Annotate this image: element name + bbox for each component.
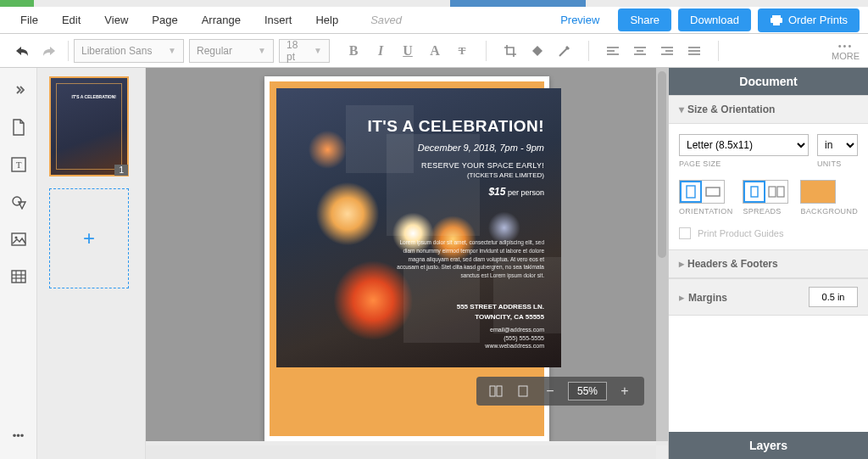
fit-view-icon[interactable] bbox=[514, 382, 532, 400]
page-number-badge: 1 bbox=[114, 165, 128, 176]
align-right-button[interactable] bbox=[655, 39, 679, 63]
zoom-out-button[interactable]: − bbox=[541, 382, 559, 400]
preview-link[interactable]: Preview bbox=[548, 14, 611, 26]
size-orientation-header[interactable]: ▾Size & Orientation bbox=[669, 95, 868, 124]
flyer-date[interactable]: December 9, 2018, 7pm - 9pm bbox=[293, 143, 544, 153]
zoom-in-button[interactable]: + bbox=[615, 382, 634, 400]
left-rail: T ••• bbox=[0, 68, 37, 459]
page-size-label: PAGE SIZE bbox=[679, 160, 809, 168]
page-thumb-1[interactable]: IT'S A CELEBRATION! 1 bbox=[49, 76, 129, 176]
svg-rect-32 bbox=[777, 187, 784, 197]
image-tool-icon[interactable] bbox=[3, 224, 34, 255]
flyer-reserve[interactable]: RESERVE YOUR SPACE EARLY! bbox=[293, 161, 544, 170]
svg-rect-31 bbox=[769, 187, 776, 197]
flyer-body[interactable]: Lorem ipsum dolor sit amet, consectetur … bbox=[392, 238, 544, 280]
menu-edit[interactable]: Edit bbox=[50, 14, 92, 26]
print-icon bbox=[770, 14, 783, 27]
zoom-value[interactable]: 55% bbox=[568, 382, 607, 400]
flyer-address[interactable]: 555 STREET ADDRESS LN.TOWNCITY, CA 55555 bbox=[293, 302, 544, 322]
table-tool-icon[interactable] bbox=[3, 261, 34, 292]
clear-format-button[interactable]: T bbox=[450, 39, 474, 63]
units-select[interactable]: in bbox=[817, 134, 858, 156]
orientation-landscape[interactable] bbox=[702, 181, 724, 203]
canvas-hscrollbar[interactable] bbox=[146, 445, 656, 459]
font-weight-dropdown[interactable]: Regular▼ bbox=[189, 39, 274, 63]
spreads-label: SPREADS bbox=[743, 207, 781, 216]
flyer-contact[interactable]: email@address.com(555) 555-5555www.webad… bbox=[293, 326, 544, 350]
svg-rect-30 bbox=[751, 187, 758, 197]
align-left-button[interactable] bbox=[601, 39, 625, 63]
canvas-vscrollbar[interactable] bbox=[656, 68, 668, 445]
page-tool-icon[interactable] bbox=[3, 112, 34, 143]
menu-page[interactable]: Page bbox=[140, 14, 189, 26]
toolbar-more[interactable]: ••• MORE bbox=[832, 41, 860, 61]
italic-button[interactable]: I bbox=[369, 39, 392, 63]
svg-rect-29 bbox=[706, 188, 720, 196]
svg-rect-28 bbox=[687, 186, 695, 198]
top-accent-bar bbox=[0, 0, 868, 7]
bold-button[interactable]: B bbox=[342, 39, 365, 63]
page-thumbnails: IT'S A CELEBRATION! 1 + bbox=[37, 68, 146, 459]
margins-input[interactable] bbox=[809, 287, 858, 307]
shape-tool-icon[interactable] bbox=[3, 187, 34, 217]
text-color-button[interactable]: A bbox=[423, 39, 447, 63]
align-center-button[interactable] bbox=[628, 39, 652, 63]
flyer-title[interactable]: IT'S A CELEBRATION! bbox=[293, 117, 544, 136]
orientation-portrait[interactable] bbox=[680, 181, 702, 203]
svg-point-19 bbox=[14, 237, 17, 239]
menu-help[interactable]: Help bbox=[303, 14, 350, 26]
menubar: File Edit View Page Arrange Insert Help … bbox=[0, 7, 868, 34]
spreads-single[interactable] bbox=[743, 181, 765, 203]
headers-footers-header[interactable]: ▸Headers & Footers bbox=[669, 249, 868, 278]
crop-button[interactable] bbox=[498, 39, 522, 63]
order-prints-label: Order Prints bbox=[788, 14, 848, 26]
undo-button[interactable] bbox=[10, 39, 34, 63]
page-size-select[interactable]: Letter (8.5x11) bbox=[679, 134, 809, 156]
print-guides-checkbox[interactable]: Print Product Guides bbox=[679, 227, 858, 239]
canvas[interactable]: IT'S A CELEBRATION! December 9, 2018, 7p… bbox=[146, 68, 668, 441]
share-button[interactable]: Share bbox=[618, 8, 671, 31]
layers-panel-header[interactable]: Layers bbox=[669, 432, 868, 459]
spreads-toggle[interactable] bbox=[743, 180, 788, 204]
svg-rect-2 bbox=[773, 21, 780, 25]
units-label: UNITS bbox=[817, 160, 858, 168]
svg-rect-25 bbox=[490, 386, 495, 396]
orientation-label: ORIENTATION bbox=[679, 207, 732, 216]
redo-button[interactable] bbox=[37, 39, 61, 63]
flyer-tickets[interactable]: (TICKETS ARE LIMITED) bbox=[293, 171, 544, 179]
svg-text:T: T bbox=[15, 160, 21, 170]
spreads-facing[interactable] bbox=[765, 181, 787, 203]
flyer-price[interactable]: $15 per person bbox=[293, 186, 544, 198]
svg-rect-18 bbox=[12, 233, 25, 245]
menu-insert[interactable]: Insert bbox=[253, 14, 304, 26]
collapse-rail-icon[interactable] bbox=[3, 75, 34, 105]
font-family-dropdown[interactable]: Liberation Sans▼ bbox=[74, 39, 184, 63]
menu-view[interactable]: View bbox=[92, 14, 140, 26]
format-toolbar: Liberation Sans▼ Regular▼ 18 pt▼ B I U A… bbox=[0, 34, 868, 68]
zoom-controls: − 55% + bbox=[476, 377, 644, 406]
order-prints-button[interactable]: Order Prints bbox=[758, 8, 860, 32]
download-button[interactable]: Download bbox=[678, 8, 751, 31]
text-tool-icon[interactable]: T bbox=[3, 149, 34, 180]
fill-button[interactable] bbox=[526, 39, 549, 63]
align-justify-button[interactable] bbox=[682, 39, 706, 63]
properties-panel: Document ▾Size & Orientation Letter (8.5… bbox=[668, 68, 868, 459]
menu-file[interactable]: File bbox=[8, 14, 50, 26]
background-label: BACKGROUND bbox=[800, 207, 858, 216]
saved-status: Saved bbox=[350, 14, 402, 26]
background-swatch[interactable] bbox=[800, 180, 836, 204]
stroke-button[interactable] bbox=[553, 39, 576, 63]
rail-more-icon[interactable]: ••• bbox=[3, 420, 34, 451]
margins-header[interactable]: ▸Margins bbox=[669, 278, 868, 316]
document-panel-header[interactable]: Document bbox=[669, 68, 868, 95]
font-size-dropdown[interactable]: 18 pt▼ bbox=[279, 39, 330, 63]
svg-rect-0 bbox=[772, 15, 781, 18]
pages-view-icon[interactable] bbox=[487, 382, 505, 400]
menu-arrange[interactable]: Arrange bbox=[190, 14, 253, 26]
underline-button[interactable]: U bbox=[396, 39, 420, 63]
svg-rect-20 bbox=[12, 271, 25, 283]
svg-rect-26 bbox=[497, 386, 502, 396]
svg-rect-27 bbox=[519, 386, 527, 396]
add-page-button[interactable]: + bbox=[49, 188, 129, 288]
orientation-toggle[interactable] bbox=[679, 180, 725, 204]
